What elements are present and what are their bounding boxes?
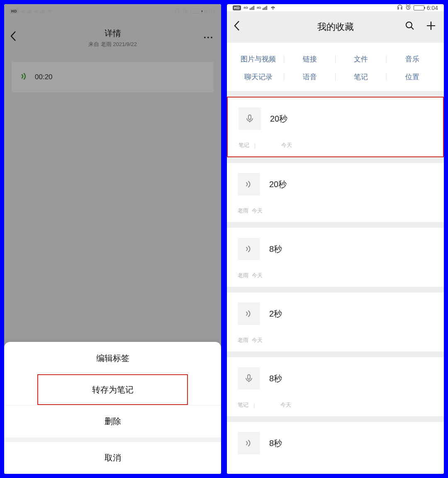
fav-meta-date: 今天 <box>252 272 263 279</box>
fav-meta-pipe: | <box>253 402 255 408</box>
back-icon[interactable] <box>234 20 240 34</box>
fav-item-meta: 老雨今天 <box>238 272 433 279</box>
fav-meta-source: 笔记 <box>238 401 248 409</box>
category-music[interactable]: 音乐 <box>387 54 438 64</box>
fav-meta-source: 笔记 <box>239 141 249 149</box>
action-sheet: 编辑标签 转存为笔记 删除 取消 <box>4 342 221 474</box>
page-title: 我的收藏 <box>317 21 354 33</box>
category-chat[interactable]: 聊天记录 <box>233 72 284 82</box>
sheet-cancel[interactable]: 取消 <box>4 441 221 474</box>
fav-meta-blur <box>261 141 278 149</box>
fav-item-meta: 笔记|今天 <box>238 401 433 409</box>
sound-icon <box>238 302 260 325</box>
sheet-save-as-note[interactable]: 转存为笔记 <box>37 374 188 405</box>
favorite-item[interactable]: 8秒 <box>227 422 444 473</box>
fav-item-title: 20秒 <box>270 113 287 124</box>
sound-icon <box>238 432 260 454</box>
wifi-icon <box>270 5 276 11</box>
category-notes[interactable]: 笔记 <box>336 72 387 82</box>
svg-point-2 <box>406 22 412 28</box>
mic-icon <box>238 367 260 390</box>
alarm-icon <box>405 4 411 11</box>
network-label-2: 4G <box>257 6 261 10</box>
fav-item-title: 8秒 <box>269 244 282 255</box>
category-panel: 图片与视频 链接 文件 音乐 聊天记录 语音 笔记 位置 <box>227 43 444 91</box>
category-location[interactable]: 位置 <box>387 72 438 82</box>
battery-icon <box>414 5 424 10</box>
category-links[interactable]: 链接 <box>284 54 336 64</box>
left-screenshot: HD 4G 4G 6:04 <box>4 4 221 474</box>
signal-icon <box>250 6 254 10</box>
favorites-header: 我的收藏 <box>227 11 444 43</box>
add-icon[interactable] <box>426 20 436 34</box>
right-body: 我的收藏 图片与视频 链接 文件 音乐 聊天记录 语音 笔记 位置 20秒笔记|… <box>227 11 444 474</box>
svg-rect-3 <box>248 115 251 120</box>
category-files[interactable]: 文件 <box>336 54 387 64</box>
network-label: 4G <box>243 6 248 10</box>
fav-meta-date: 今天 <box>281 141 292 149</box>
svg-rect-4 <box>248 375 250 379</box>
fav-item-title: 20秒 <box>269 179 287 190</box>
signal-icon <box>263 6 267 10</box>
sound-icon <box>238 173 260 195</box>
sheet-divider <box>4 437 221 441</box>
favorite-item[interactable]: 8秒老雨今天 <box>227 228 444 287</box>
fav-item-title: 8秒 <box>269 438 282 449</box>
status-time: 6:04 <box>427 5 438 11</box>
fav-meta-date: 今天 <box>252 207 263 215</box>
sheet-delete[interactable]: 删除 <box>4 405 221 437</box>
favorite-item[interactable]: 20秒老雨今天 <box>227 163 444 222</box>
favorites-list[interactable]: 20秒笔记|今天20秒老雨今天8秒老雨今天2秒老雨今天8秒笔记|今天8秒 <box>227 97 444 474</box>
favorite-item[interactable]: 2秒老雨今天 <box>227 293 444 351</box>
category-row-1: 图片与视频 链接 文件 音乐 <box>227 50 444 68</box>
fav-meta-source: 老雨 <box>238 272 248 279</box>
fav-item-meta: 老雨今天 <box>238 337 433 344</box>
fav-meta-source: 老雨 <box>238 207 248 215</box>
fav-meta-date: 今天 <box>252 337 263 344</box>
mic-icon <box>239 107 261 130</box>
category-images-videos[interactable]: 图片与视频 <box>233 54 284 64</box>
left-body: HD 4G 4G 6:04 <box>4 4 221 474</box>
fav-meta-date: 今天 <box>280 401 291 409</box>
favorite-item[interactable]: 8秒笔记|今天 <box>227 357 444 416</box>
sheet-edit-tag[interactable]: 编辑标签 <box>4 342 221 374</box>
category-row-2: 聊天记录 语音 笔记 位置 <box>227 68 444 86</box>
fav-meta-blur <box>260 401 277 409</box>
headset-icon <box>397 4 403 11</box>
status-bar: HD 4G 4G 6:04 <box>227 4 444 11</box>
sound-icon <box>238 238 260 260</box>
search-icon[interactable] <box>405 21 415 33</box>
fav-item-title: 8秒 <box>269 373 282 384</box>
fav-item-meta: 笔记|今天 <box>239 141 432 149</box>
category-voice[interactable]: 语音 <box>284 72 336 82</box>
right-screenshot: HD 4G 4G 6:04 我的收藏 <box>227 4 444 474</box>
fav-item-meta: 老雨今天 <box>238 207 433 215</box>
favorite-item[interactable]: 20秒笔记|今天 <box>227 97 444 157</box>
hd-badge: HD <box>233 5 241 10</box>
fav-item-title: 2秒 <box>269 308 282 319</box>
fav-meta-source: 老雨 <box>238 337 248 344</box>
fav-meta-pipe: | <box>254 142 256 149</box>
